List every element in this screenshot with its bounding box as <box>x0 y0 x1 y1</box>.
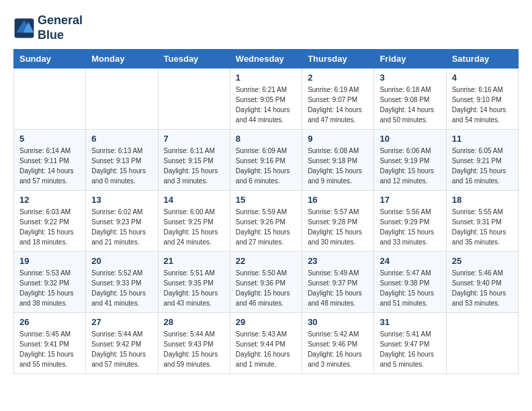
calendar-cell: 28Sunrise: 5:44 AMSunset: 9:43 PMDayligh… <box>158 313 230 374</box>
calendar-cell: 5Sunrise: 6:14 AMSunset: 9:11 PMDaylight… <box>14 130 86 191</box>
day-number: 1 <box>236 73 296 83</box>
day-number: 5 <box>19 134 80 144</box>
calendar-week-row: 19Sunrise: 5:53 AMSunset: 9:32 PMDayligh… <box>14 252 519 313</box>
day-number: 31 <box>380 317 440 327</box>
calendar-cell: 26Sunrise: 5:45 AMSunset: 9:41 PMDayligh… <box>14 313 86 374</box>
day-info: Sunrise: 5:42 AMSunset: 9:46 PMDaylight:… <box>308 329 368 369</box>
day-info: Sunrise: 6:19 AMSunset: 9:07 PMDaylight:… <box>308 85 368 125</box>
day-info: Sunrise: 6:09 AMSunset: 9:16 PMDaylight:… <box>236 146 296 186</box>
day-info: Sunrise: 6:14 AMSunset: 9:11 PMDaylight:… <box>19 146 80 186</box>
day-info: Sunrise: 6:05 AMSunset: 9:21 PMDaylight:… <box>452 146 513 186</box>
logo-icon <box>13 17 35 39</box>
calendar-cell: 11Sunrise: 6:05 AMSunset: 9:21 PMDayligh… <box>446 130 518 191</box>
calendar-cell: 16Sunrise: 5:57 AMSunset: 9:28 PMDayligh… <box>302 191 374 252</box>
calendar-cell: 3Sunrise: 6:18 AMSunset: 9:08 PMDaylight… <box>374 68 446 130</box>
calendar-table: SundayMondayTuesdayWednesdayThursdayFrid… <box>13 49 519 374</box>
calendar-header: SundayMondayTuesdayWednesdayThursdayFrid… <box>14 50 519 68</box>
calendar-cell <box>158 68 230 130</box>
day-number: 20 <box>91 256 152 266</box>
calendar-week-row: 26Sunrise: 5:45 AMSunset: 9:41 PMDayligh… <box>14 313 519 374</box>
weekday-header-cell: Saturday <box>446 50 518 68</box>
day-info: Sunrise: 6:00 AMSunset: 9:25 PMDaylight:… <box>164 207 224 247</box>
day-info: Sunrise: 6:03 AMSunset: 9:22 PMDaylight:… <box>19 207 80 247</box>
day-number: 22 <box>236 256 296 266</box>
day-number: 6 <box>91 134 152 144</box>
weekday-header-row: SundayMondayTuesdayWednesdayThursdayFrid… <box>14 50 519 68</box>
weekday-header-cell: Sunday <box>14 50 86 68</box>
day-number: 18 <box>452 195 513 205</box>
day-number: 13 <box>91 195 152 205</box>
calendar-cell: 9Sunrise: 6:08 AMSunset: 9:18 PMDaylight… <box>302 130 374 191</box>
day-number: 10 <box>380 134 440 144</box>
day-number: 26 <box>19 317 80 327</box>
calendar-cell: 30Sunrise: 5:42 AMSunset: 9:46 PMDayligh… <box>302 313 374 374</box>
calendar-week-row: 5Sunrise: 6:14 AMSunset: 9:11 PMDaylight… <box>14 130 519 191</box>
calendar-cell: 18Sunrise: 5:55 AMSunset: 9:31 PMDayligh… <box>446 191 518 252</box>
day-info: Sunrise: 6:02 AMSunset: 9:23 PMDaylight:… <box>91 207 152 247</box>
day-number: 12 <box>19 195 80 205</box>
day-info: Sunrise: 5:46 AMSunset: 9:40 PMDaylight:… <box>452 268 513 308</box>
day-info: Sunrise: 6:08 AMSunset: 9:18 PMDaylight:… <box>308 146 368 186</box>
day-number: 28 <box>164 317 224 327</box>
day-number: 16 <box>308 195 368 205</box>
calendar-cell: 24Sunrise: 5:47 AMSunset: 9:38 PMDayligh… <box>374 252 446 313</box>
calendar-cell: 19Sunrise: 5:53 AMSunset: 9:32 PMDayligh… <box>14 252 86 313</box>
day-info: Sunrise: 5:57 AMSunset: 9:28 PMDaylight:… <box>308 207 368 247</box>
calendar-cell: 22Sunrise: 5:50 AMSunset: 9:36 PMDayligh… <box>230 252 302 313</box>
day-number: 4 <box>452 73 513 83</box>
calendar-cell: 25Sunrise: 5:46 AMSunset: 9:40 PMDayligh… <box>446 252 518 313</box>
day-number: 17 <box>380 195 440 205</box>
day-number: 24 <box>380 256 440 266</box>
day-info: Sunrise: 5:47 AMSunset: 9:38 PMDaylight:… <box>380 268 440 308</box>
day-number: 2 <box>308 73 368 83</box>
weekday-header-cell: Friday <box>374 50 446 68</box>
calendar-cell: 13Sunrise: 6:02 AMSunset: 9:23 PMDayligh… <box>86 191 158 252</box>
day-info: Sunrise: 5:43 AMSunset: 9:44 PMDaylight:… <box>236 329 296 369</box>
calendar-cell <box>446 313 518 374</box>
calendar-cell <box>86 68 158 130</box>
day-number: 25 <box>452 256 513 266</box>
day-number: 11 <box>452 134 513 144</box>
day-number: 7 <box>164 134 224 144</box>
calendar-cell: 4Sunrise: 6:16 AMSunset: 9:10 PMDaylight… <box>446 68 518 130</box>
calendar-cell: 8Sunrise: 6:09 AMSunset: 9:16 PMDaylight… <box>230 130 302 191</box>
page-header: General Blue <box>13 13 519 42</box>
day-info: Sunrise: 5:55 AMSunset: 9:31 PMDaylight:… <box>452 207 513 247</box>
calendar-week-row: 12Sunrise: 6:03 AMSunset: 9:22 PMDayligh… <box>14 191 519 252</box>
calendar-cell: 27Sunrise: 5:44 AMSunset: 9:42 PMDayligh… <box>86 313 158 374</box>
day-info: Sunrise: 5:44 AMSunset: 9:43 PMDaylight:… <box>164 329 224 369</box>
day-info: Sunrise: 5:44 AMSunset: 9:42 PMDaylight:… <box>91 329 152 369</box>
calendar-cell: 23Sunrise: 5:49 AMSunset: 9:37 PMDayligh… <box>302 252 374 313</box>
calendar-cell: 12Sunrise: 6:03 AMSunset: 9:22 PMDayligh… <box>14 191 86 252</box>
day-info: Sunrise: 5:53 AMSunset: 9:32 PMDaylight:… <box>19 268 80 308</box>
day-info: Sunrise: 6:21 AMSunset: 9:05 PMDaylight:… <box>236 85 296 125</box>
day-info: Sunrise: 6:11 AMSunset: 9:15 PMDaylight:… <box>164 146 224 186</box>
day-number: 3 <box>380 73 440 83</box>
day-info: Sunrise: 5:41 AMSunset: 9:47 PMDaylight:… <box>380 329 440 369</box>
calendar-week-row: 1Sunrise: 6:21 AMSunset: 9:05 PMDaylight… <box>14 68 519 130</box>
day-number: 21 <box>164 256 224 266</box>
calendar-body: 1Sunrise: 6:21 AMSunset: 9:05 PMDaylight… <box>14 68 519 374</box>
calendar-cell: 14Sunrise: 6:00 AMSunset: 9:25 PMDayligh… <box>158 191 230 252</box>
day-number: 27 <box>91 317 152 327</box>
day-number: 30 <box>308 317 368 327</box>
day-info: Sunrise: 5:59 AMSunset: 9:26 PMDaylight:… <box>236 207 296 247</box>
day-info: Sunrise: 5:49 AMSunset: 9:37 PMDaylight:… <box>308 268 368 308</box>
calendar-cell: 17Sunrise: 5:56 AMSunset: 9:29 PMDayligh… <box>374 191 446 252</box>
day-info: Sunrise: 6:13 AMSunset: 9:13 PMDaylight:… <box>91 146 152 186</box>
calendar-cell: 6Sunrise: 6:13 AMSunset: 9:13 PMDaylight… <box>86 130 158 191</box>
day-info: Sunrise: 5:56 AMSunset: 9:29 PMDaylight:… <box>380 207 440 247</box>
day-number: 15 <box>236 195 296 205</box>
day-number: 9 <box>308 134 368 144</box>
calendar-cell: 21Sunrise: 5:51 AMSunset: 9:35 PMDayligh… <box>158 252 230 313</box>
calendar-cell <box>14 68 86 130</box>
day-info: Sunrise: 5:52 AMSunset: 9:33 PMDaylight:… <box>91 268 152 308</box>
calendar-cell: 15Sunrise: 5:59 AMSunset: 9:26 PMDayligh… <box>230 191 302 252</box>
calendar-cell: 2Sunrise: 6:19 AMSunset: 9:07 PMDaylight… <box>302 68 374 130</box>
day-number: 14 <box>164 195 224 205</box>
calendar-cell: 31Sunrise: 5:41 AMSunset: 9:47 PMDayligh… <box>374 313 446 374</box>
day-info: Sunrise: 6:16 AMSunset: 9:10 PMDaylight:… <box>452 85 513 125</box>
day-number: 29 <box>236 317 296 327</box>
calendar-cell: 29Sunrise: 5:43 AMSunset: 9:44 PMDayligh… <box>230 313 302 374</box>
weekday-header-cell: Monday <box>86 50 158 68</box>
